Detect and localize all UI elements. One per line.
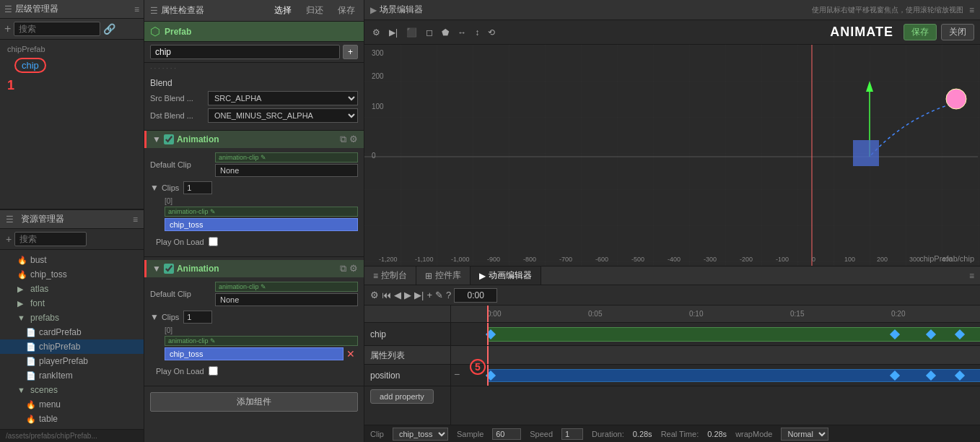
layer-item-chip[interactable]: chip (0, 56, 144, 75)
props-tab-select[interactable]: 选择 (271, 3, 294, 18)
blend-src-select[interactable]: SRC_ALPHA (208, 91, 358, 105)
playhead[interactable] (487, 306, 489, 322)
asset-item-cardPrefab[interactable]: 📄 cardPrefab (0, 325, 144, 339)
anim-body-2: Default Clip animation-clip ✎ ▼ Clips [0… (144, 277, 364, 386)
layer-add-icon[interactable]: + (4, 22, 11, 35)
scene-viewport[interactable]: 300 200 100 0 -1,200 -1,100 -1,000 -900 … (364, 45, 980, 266)
asset-item-prefabs[interactable]: ▼ prefabs (0, 311, 144, 325)
asset-item-font[interactable]: ▶ font (0, 296, 144, 311)
tl-next-btn[interactable]: ▶| (414, 290, 424, 300)
anim-gear-icon-2[interactable]: ⚙ (349, 263, 358, 274)
play-on-load-checkbox-1[interactable] (209, 237, 218, 246)
clips-expand-2[interactable]: ▼ (150, 312, 159, 322)
clips-count-1[interactable] (183, 181, 212, 194)
asset-panel-menu-icon[interactable]: ≡ (133, 214, 138, 225)
clips-expand-1[interactable]: ▼ (150, 183, 159, 193)
default-clip-input-1[interactable] (215, 164, 358, 177)
position-minus-btn[interactable]: − (454, 369, 460, 379)
clips-count-2[interactable] (183, 311, 212, 324)
anim-copy-icon-1[interactable]: ⧉ (340, 134, 346, 145)
anim-expand-1[interactable]: ▼ (152, 134, 161, 144)
clips-label-2: Clips (162, 313, 179, 321)
props-tab-return[interactable]: 归还 (303, 3, 326, 18)
tl-help-btn[interactable]: ? (446, 290, 451, 300)
scene-save-btn[interactable]: 保存 (904, 24, 937, 40)
component-add-btn[interactable]: + (343, 45, 358, 59)
asset-item-chip-toss[interactable]: 🔥 chip_toss (0, 267, 144, 282)
animation-tab-icon: ▶ (479, 271, 486, 281)
scene-tb-btn-5[interactable]: ⬟ (439, 27, 451, 38)
scene-panel-title: 场景编辑器 (380, 4, 423, 16)
anim-expand-2[interactable]: ▼ (152, 264, 161, 274)
timeline-menu-icon[interactable]: ≡ (963, 268, 980, 284)
status-clip-select[interactable]: chip_toss (393, 428, 448, 441)
tl-label-chip[interactable]: chip (364, 323, 450, 346)
axis-label-x-0: 0 (812, 256, 815, 263)
props-list-section-header (451, 346, 980, 365)
asset-item-bust[interactable]: 🔥 bust (0, 253, 144, 267)
tl-label-position[interactable]: position (364, 365, 450, 386)
layer-search-input[interactable] (14, 22, 100, 36)
blend-src-row: Src Blend ... SRC_ALPHA (150, 91, 358, 105)
layer-group-chipPrefab[interactable]: chipPrefab (0, 43, 144, 56)
clip-item-2-0: [0] animation-clip ✎ ✕ (165, 326, 358, 360)
clip-name-input-2-0[interactable] (165, 347, 344, 360)
tl-prev-btn[interactable]: ◀ (394, 290, 401, 300)
asset-add-icon[interactable]: + (6, 233, 12, 245)
svg-point-6 (946, 89, 966, 109)
component-name-input[interactable] (150, 45, 340, 59)
asset-item-rankItem[interactable]: 📄 rankItem (0, 368, 144, 383)
scene-tb-btn-3[interactable]: ⬛ (404, 27, 419, 38)
scene-tb-btn-6[interactable]: ↔ (455, 27, 468, 38)
svg-rect-0 (364, 45, 980, 266)
component-name-row: + (144, 42, 364, 63)
annotation-1: 1 (7, 78, 144, 93)
scene-tb-btn-8[interactable]: ⟲ (486, 27, 497, 38)
asset-item-chipPrefab[interactable]: 📄 chipPrefab (0, 339, 144, 354)
anim-checkbox-1[interactable] (164, 134, 174, 144)
add-property-btn[interactable]: add property (370, 389, 434, 404)
blend-dst-select[interactable]: ONE_MINUS_SRC_ALPHA (208, 108, 358, 123)
scene-panel-menu-icon[interactable]: ≡ (969, 5, 974, 15)
default-clip-input-2[interactable] (215, 293, 358, 306)
status-sample-input[interactable] (492, 428, 521, 440)
anim-gear-icon-1[interactable]: ⚙ (349, 134, 358, 145)
asset-item-table[interactable]: 🔥 table (0, 412, 144, 426)
tl-track-chip[interactable] (451, 323, 980, 346)
status-wrapmode-select[interactable]: Normal (781, 428, 828, 441)
asset-search-input[interactable] (14, 232, 87, 246)
clip-name-input-1-0[interactable] (165, 218, 358, 231)
props-list-header: 属性列表 (364, 346, 450, 365)
asset-label-playerPrefab: playerPrefab (39, 356, 88, 366)
asset-item-playerPrefab[interactable]: 📄 playerPrefab (0, 354, 144, 368)
tab-console[interactable]: ≡ 控制台 (364, 266, 416, 285)
asset-item-menu[interactable]: 🔥 menu (0, 397, 144, 412)
tl-edit-btn[interactable]: ✎ (435, 290, 443, 300)
scene-tb-btn-2[interactable]: ▶| (387, 27, 400, 38)
tl-add-btn[interactable]: + (426, 290, 432, 300)
layer-link-icon[interactable]: 🔗 (103, 23, 115, 35)
anim-copy-icon-2[interactable]: ⧉ (340, 263, 346, 274)
tl-play-btn[interactable]: ▶ (404, 290, 411, 300)
tl-time-input[interactable] (454, 288, 497, 303)
scene-close-btn[interactable]: 关闭 (941, 24, 974, 40)
tab-widgets[interactable]: ⊞ 控件库 (416, 266, 471, 285)
asset-fire-icon-table: 🔥 (26, 415, 36, 424)
tl-skip-start-btn[interactable]: ⏮ (382, 290, 391, 300)
layer-panel-menu-icon[interactable]: ≡ (134, 4, 139, 14)
clips-header-2: ▼ Clips (150, 311, 358, 324)
anim-checkbox-2[interactable] (164, 264, 174, 274)
play-on-load-checkbox-2[interactable] (209, 366, 218, 376)
asset-item-atlas[interactable]: ▶ atlas (0, 282, 144, 296)
tl-track-position[interactable]: − 5 (451, 365, 980, 386)
tab-animation[interactable]: ▶ 动画编辑器 (471, 266, 541, 285)
scene-tb-btn-1[interactable]: ⚙ (370, 27, 382, 38)
clip-delete-btn-2-0[interactable]: ✕ (345, 348, 356, 360)
status-speed-input[interactable] (561, 428, 583, 440)
scene-tb-btn-7[interactable]: ↕ (473, 27, 481, 38)
tl-settings-btn[interactable]: ⚙ (370, 290, 379, 300)
add-component-btn[interactable]: 添加组件 (150, 392, 358, 412)
asset-item-scenes[interactable]: ▼ scenes (0, 383, 144, 397)
props-tab-save[interactable]: 保存 (335, 3, 358, 18)
scene-tb-btn-4[interactable]: ◻ (424, 27, 435, 38)
